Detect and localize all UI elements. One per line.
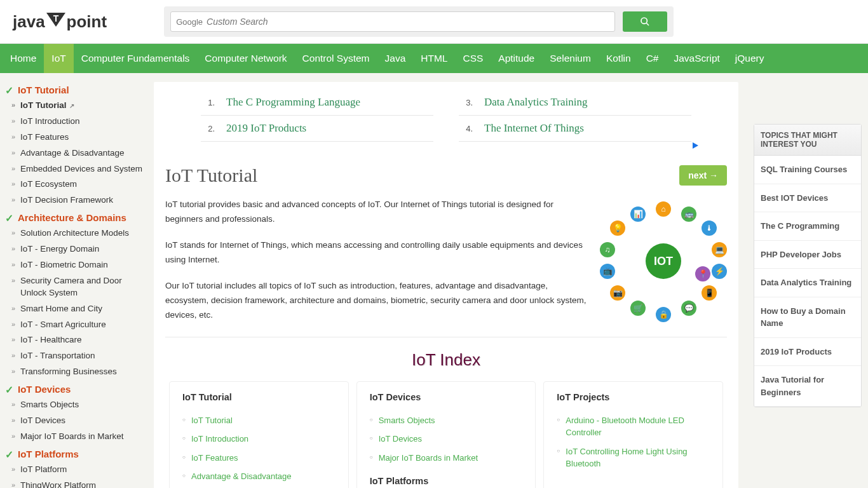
iot-spoke-icon: 🔒 <box>656 307 671 322</box>
external-link-icon: ↗ <box>69 102 74 109</box>
nav-item-computer-network[interactable]: Computer Network <box>197 44 294 73</box>
sidebar-item[interactable]: Smart Home and City <box>3 301 145 317</box>
nav-item-css[interactable]: CSS <box>455 44 491 73</box>
ad-label: The C Programming Language <box>226 96 360 109</box>
index-link[interactable]: IoT Devices <box>379 430 523 449</box>
nav-item-jquery[interactable]: jQuery <box>728 44 772 73</box>
search-button[interactable] <box>623 11 667 32</box>
iot-hub-label: IOT <box>646 243 681 279</box>
topnav: HomeIoTComputer FundamentalsComputer Net… <box>0 44 868 73</box>
page-title: IoT Tutorial <box>165 165 257 186</box>
index-col-heading: IoT Platforms <box>370 476 523 486</box>
index-link[interactable]: IoT Controlling Home Light Using Bluetoo… <box>566 442 710 473</box>
sidebar-item[interactable]: Smarts Objects <box>3 397 145 413</box>
ad-link[interactable]: 1.The C Programming Language <box>201 90 433 116</box>
index-link[interactable]: Advantage & Disadvantage <box>191 467 336 486</box>
sidebar-item[interactable]: IoT Introduction <box>3 114 145 130</box>
svg-line-3 <box>646 23 649 25</box>
iot-spoke-icon: ♫ <box>600 242 615 257</box>
logo-text-prefix: java <box>13 12 45 32</box>
search-box: Google <box>170 11 615 32</box>
sidebar-item[interactable]: IoT Tutorial↗ <box>3 98 145 114</box>
ad-link[interactable]: 3.Data Analytics Training <box>459 90 691 116</box>
sidebar-heading: IoT Devices <box>3 380 145 397</box>
nav-item-iot[interactable]: IoT <box>44 44 73 73</box>
sidebar-item[interactable]: IoT - Healthcare <box>3 332 145 348</box>
index-link[interactable]: Smarts Objects <box>379 411 523 430</box>
index-link[interactable]: IoT Tutorial <box>191 411 336 430</box>
index-columns: IoT Tutorial IoT TutorialIoT Introductio… <box>154 381 738 488</box>
logo-t-icon: T <box>46 13 65 30</box>
sidebar-item[interactable]: IoT - Transportation <box>3 348 145 364</box>
sponsored-links: 1.The C Programming Language2.2019 IoT P… <box>154 86 738 142</box>
sidebar-item[interactable]: Transforming Businesses <box>3 364 145 380</box>
right-sidebar: TOPICS THAT MIGHT INTEREST YOU SQL Train… <box>747 73 868 488</box>
sidebar-item[interactable]: IoT Decision Framework <box>3 193 145 208</box>
topic-link[interactable]: SQL Training Courses <box>754 156 861 184</box>
nav-item-java[interactable]: Java <box>377 44 414 73</box>
topic-link[interactable]: Best IOT Devices <box>754 184 861 213</box>
nav-item-javascript[interactable]: JavaScript <box>666 44 727 73</box>
ad-number: 3. <box>461 98 473 107</box>
ad-link[interactable]: 4.The Internet Of Things <box>459 116 691 142</box>
divider <box>165 337 727 337</box>
nav-item-aptitude[interactable]: Aptitude <box>491 44 542 73</box>
topic-link[interactable]: The C Programming <box>754 212 861 241</box>
next-button[interactable]: next → <box>679 165 727 186</box>
nav-item-computer-fundamentals[interactable]: Computer Fundamentals <box>74 44 198 73</box>
index-link[interactable]: IoT Introduction <box>191 430 336 449</box>
index-col-heading: IoT Tutorial <box>182 392 336 402</box>
iot-spoke-icon: 💻 <box>712 242 727 257</box>
index-col-heading: IoT Projects <box>557 392 710 402</box>
adchoices-icon[interactable] <box>154 142 738 151</box>
iot-spoke-icon: 🚌 <box>681 207 696 222</box>
nav-item-control-system[interactable]: Control System <box>295 44 377 73</box>
sidebar-item[interactable]: IoT Ecosystem <box>3 177 145 193</box>
index-link[interactable]: Major IoT Boards in Market <box>379 449 523 468</box>
iot-spoke-icon: 📊 <box>630 207 646 222</box>
nav-item-kotlin[interactable]: Kotlin <box>599 44 639 73</box>
index-link[interactable]: Arduino - Bluetooth Module LED Controlle… <box>566 411 710 442</box>
sidebar-item[interactable]: Embedded Devices and System <box>3 161 145 177</box>
sidebar-item[interactable]: Security Camera and Door Unlock System <box>3 273 145 301</box>
ad-link[interactable]: 2.2019 IoT Products <box>201 116 433 142</box>
topic-link[interactable]: 2019 IoT Products <box>754 338 861 367</box>
iot-spoke-icon: ⌂ <box>656 201 671 217</box>
nav-item-home[interactable]: Home <box>3 44 44 73</box>
topics-box: TOPICS THAT MIGHT INTEREST YOU SQL Train… <box>754 124 862 407</box>
iot-spoke-icon: 📺 <box>600 264 615 279</box>
topic-link[interactable]: Data Analytics Training <box>754 269 861 297</box>
sidebar-item[interactable]: IoT - Biometric Domain <box>3 257 145 273</box>
sidebar-item[interactable]: Advantage & Disadvantage <box>3 146 145 161</box>
iot-spoke-icon: 💬 <box>681 301 696 316</box>
nav-item-c-[interactable]: C# <box>639 44 667 73</box>
main-content: 1.The C Programming Language2.2019 IoT P… <box>145 73 747 488</box>
sidebar-item[interactable]: IoT Features <box>3 130 145 146</box>
google-logo: Google <box>176 17 203 27</box>
ad-label: 2019 IoT Products <box>226 122 306 135</box>
svg-point-2 <box>641 18 647 24</box>
sidebar-item[interactable]: Solution Architecture Models <box>3 226 145 241</box>
site-logo[interactable]: java T point <box>13 12 107 32</box>
iot-spoke-icon: ⚡ <box>712 264 727 279</box>
topic-link[interactable]: PHP Developer Jobs <box>754 241 861 269</box>
svg-marker-4 <box>693 142 698 149</box>
sidebar-item[interactable]: IoT - Energy Domain <box>3 241 145 257</box>
sidebar-heading: IoT Tutorial <box>3 81 145 98</box>
topic-link[interactable]: How to Buy a Domain Name <box>754 297 861 338</box>
sidebar-item[interactable]: Major IoT Boards in Market <box>3 429 145 445</box>
ad-label: Data Analytics Training <box>484 96 587 109</box>
iot-diagram: IOT ⌂ 🚌 🌡 💻 ⚡ 📱 💬 🔒 🛒 📷 📺 ♫ 💡 📊 📍 <box>600 198 727 325</box>
sidebar-item[interactable]: ThingWorx Platform <box>3 478 145 488</box>
nav-item-html[interactable]: HTML <box>413 44 455 73</box>
search-container: Google <box>164 6 674 37</box>
ad-number: 1. <box>203 98 215 107</box>
sidebar-item[interactable]: IoT Devices <box>3 413 145 429</box>
index-link[interactable]: IoT Features <box>191 449 336 468</box>
sidebar-item[interactable]: IoT Platform <box>3 462 145 478</box>
sidebar-item[interactable]: IoT - Smart Agriculture <box>3 317 145 333</box>
topic-link[interactable]: Java Tutorial for Beginners <box>754 366 861 407</box>
search-input[interactable] <box>207 17 609 27</box>
nav-item-selenium[interactable]: Selenium <box>542 44 599 73</box>
topics-heading: TOPICS THAT MIGHT INTEREST YOU <box>754 125 861 156</box>
